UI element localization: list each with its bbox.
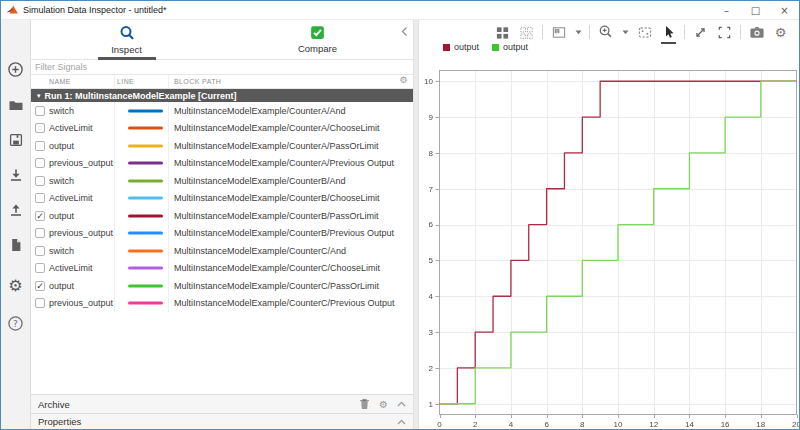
export-button[interactable] bbox=[1, 192, 31, 227]
view-layout-button[interactable]: 1 bbox=[550, 24, 567, 41]
table-row[interactable]: ✓outputMultiInstanceModelExample/Counter… bbox=[31, 277, 413, 295]
table-row[interactable]: switchMultiInstanceModelExample/CounterB… bbox=[31, 172, 413, 190]
column-line: LINE bbox=[117, 78, 134, 85]
fit-to-view-button[interactable] bbox=[636, 24, 653, 41]
signal-line-swatch bbox=[128, 232, 163, 235]
signal-block-path: MultiInstanceModelExample/CounterA/And bbox=[174, 106, 346, 116]
signal-name: switch bbox=[49, 246, 74, 256]
signal-block-path: MultiInstanceModelExample/CounterB/And bbox=[174, 176, 346, 186]
run-header-row[interactable]: ▾ Run 1: MultiInstanceModelExample [Curr… bbox=[31, 89, 413, 102]
signal-checkbox[interactable] bbox=[35, 298, 45, 308]
properties-section-header[interactable]: Properties bbox=[31, 414, 413, 429]
filter-placeholder: Filter Signals bbox=[35, 62, 87, 72]
table-row[interactable]: ActiveLimitMultiInstanceModelExample/Cou… bbox=[31, 260, 413, 278]
table-empty-area bbox=[31, 312, 413, 394]
signal-name: ActiveLimit bbox=[49, 123, 93, 133]
tab-inspect[interactable]: Inspect bbox=[31, 20, 222, 59]
signal-block-path: MultiInstanceModelExample/CounterA/Previ… bbox=[174, 158, 394, 168]
legend-label: output bbox=[454, 42, 479, 52]
archive-section-header[interactable]: Archive ⚙ bbox=[31, 394, 413, 414]
help-button[interactable]: ? bbox=[1, 306, 31, 341]
legend-item: output bbox=[492, 42, 528, 52]
table-row[interactable]: previous_outputMultiInstanceModelExample… bbox=[31, 295, 413, 313]
layout-grid-button[interactable] bbox=[494, 24, 511, 41]
signal-line-swatch bbox=[128, 127, 163, 130]
snapshot-button[interactable] bbox=[748, 24, 765, 41]
tab-compare[interactable]: Compare bbox=[222, 20, 413, 59]
toolbar-separator bbox=[542, 25, 543, 39]
signal-checkbox[interactable]: ✓ bbox=[35, 281, 45, 291]
signal-checkbox[interactable] bbox=[35, 158, 45, 168]
expand-diagonal-icon bbox=[693, 25, 708, 40]
table-row[interactable]: ActiveLimitMultiInstanceModelExample/Cou… bbox=[31, 190, 413, 208]
signal-checkbox[interactable] bbox=[35, 141, 45, 151]
minimize-button[interactable]: – bbox=[712, 1, 741, 19]
table-row[interactable]: switchMultiInstanceModelExample/CounterC… bbox=[31, 242, 413, 260]
preferences-button[interactable]: ⚙ bbox=[1, 268, 31, 303]
save-icon bbox=[8, 132, 24, 148]
fullscreen-button[interactable] bbox=[716, 24, 733, 41]
table-row[interactable]: outputMultiInstanceModelExample/CounterA… bbox=[31, 137, 413, 155]
properties-label: Properties bbox=[38, 416, 397, 427]
signal-name: previous_output bbox=[49, 228, 113, 238]
signal-checkbox[interactable] bbox=[35, 176, 45, 186]
expand-axes-button[interactable] bbox=[692, 24, 709, 41]
report-button[interactable] bbox=[1, 227, 31, 262]
signal-name: output bbox=[49, 281, 74, 291]
window-title: Simulation Data Inspector - untitled* bbox=[23, 5, 712, 15]
signal-line-swatch bbox=[128, 249, 163, 252]
signal-name: previous_output bbox=[49, 158, 113, 168]
collapse-panel-icon[interactable] bbox=[401, 26, 408, 37]
signal-line-swatch bbox=[128, 179, 163, 182]
help-circle-icon: ? bbox=[7, 315, 24, 332]
caret-down-icon bbox=[622, 30, 629, 35]
filter-signals-input[interactable]: Filter Signals bbox=[31, 60, 413, 75]
import-button[interactable] bbox=[1, 157, 31, 192]
signal-checkbox[interactable] bbox=[35, 246, 45, 256]
chart-settings-button[interactable]: ⚙ bbox=[772, 24, 789, 41]
fullscreen-brackets-icon bbox=[717, 25, 732, 40]
signal-name: switch bbox=[49, 176, 74, 186]
new-session-button[interactable] bbox=[1, 52, 31, 87]
import-arrow-icon bbox=[8, 167, 24, 183]
pointer-tool-button[interactable] bbox=[660, 24, 677, 41]
legend-item: output bbox=[443, 42, 479, 52]
legend-swatch bbox=[492, 44, 499, 51]
collapse-archive-icon[interactable] bbox=[397, 401, 406, 407]
signal-line-swatch bbox=[128, 267, 163, 270]
open-button[interactable] bbox=[1, 87, 31, 122]
zoom-in-button[interactable] bbox=[597, 24, 614, 41]
table-row[interactable]: ActiveLimitMultiInstanceModelExample/Cou… bbox=[31, 120, 413, 138]
collapse-run-icon[interactable]: ▾ bbox=[37, 92, 41, 100]
signal-checkbox[interactable] bbox=[35, 106, 45, 116]
table-row[interactable]: switchMultiInstanceModelExample/CounterA… bbox=[31, 102, 413, 120]
archive-settings-gear-icon[interactable]: ⚙ bbox=[379, 399, 388, 410]
column-block-path: BLOCK PATH bbox=[174, 78, 221, 85]
signal-checkbox[interactable] bbox=[35, 263, 45, 273]
subplot-grid-icon bbox=[519, 25, 534, 40]
signal-checkbox[interactable]: ✓ bbox=[35, 211, 45, 221]
column-settings-gear-icon[interactable]: ⚙ bbox=[400, 75, 408, 85]
collapse-properties-icon[interactable] bbox=[397, 419, 406, 425]
signal-checkbox[interactable] bbox=[35, 123, 45, 133]
signal-checkbox[interactable] bbox=[35, 228, 45, 238]
table-row[interactable]: previous_outputMultiInstanceModelExample… bbox=[31, 155, 413, 173]
signal-line-swatch bbox=[128, 197, 163, 200]
archive-label: Archive bbox=[38, 399, 359, 410]
view-layout-dropdown[interactable] bbox=[574, 24, 582, 41]
table-row[interactable]: previous_outputMultiInstanceModelExample… bbox=[31, 225, 413, 243]
signal-block-path: MultiInstanceModelExample/CounterA/Choos… bbox=[174, 123, 380, 133]
plot-canvas[interactable] bbox=[419, 64, 799, 429]
zoom-dropdown[interactable] bbox=[621, 24, 629, 41]
plus-circle-icon bbox=[7, 61, 24, 78]
save-button[interactable] bbox=[1, 122, 31, 157]
signal-line-swatch bbox=[128, 284, 163, 287]
close-button[interactable]: × bbox=[770, 1, 799, 19]
table-row[interactable]: ✓outputMultiInstanceModelExample/Counter… bbox=[31, 207, 413, 225]
maximize-button[interactable]: □ bbox=[741, 1, 770, 19]
signal-checkbox[interactable] bbox=[35, 193, 45, 203]
titlebar: Simulation Data Inspector - untitled* – … bbox=[1, 1, 799, 20]
matlab-logo-icon bbox=[6, 4, 19, 16]
trash-icon[interactable] bbox=[359, 398, 370, 410]
subplot-grid-button[interactable] bbox=[518, 24, 535, 41]
